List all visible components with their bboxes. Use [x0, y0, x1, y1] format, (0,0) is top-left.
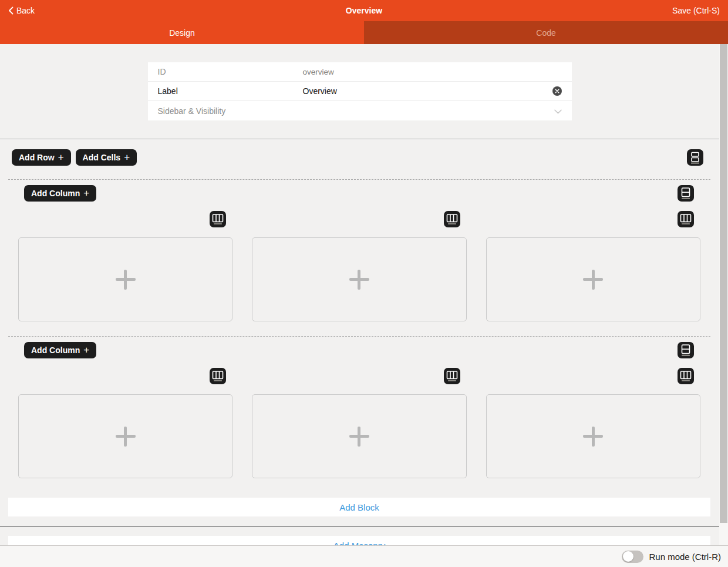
back-label: Back: [16, 6, 35, 15]
add-block-button[interactable]: Add Block: [8, 498, 710, 516]
builder-column: [486, 368, 700, 478]
builder-toolbar: Add Row+ Add Cells+: [0, 149, 719, 166]
back-button[interactable]: Back: [8, 6, 35, 15]
plus-icon: +: [124, 152, 130, 162]
cells-stack-handle-icon[interactable]: [687, 149, 703, 166]
row-handle-icon[interactable]: [678, 185, 694, 202]
label-label: Label: [158, 86, 303, 96]
page-title: Overview: [0, 6, 728, 15]
main-content: ID overview Label Overview Sidebar & Vis…: [0, 44, 719, 567]
plus-icon: [116, 270, 136, 290]
column-handle-icon[interactable]: [210, 368, 226, 384]
empty-cell-add-target[interactable]: [486, 237, 700, 321]
plus-icon: [116, 427, 136, 447]
add-row-button[interactable]: Add Row+: [12, 149, 71, 166]
builder-column: [252, 211, 466, 321]
plus-icon: [349, 270, 369, 290]
empty-cell-add-target[interactable]: [18, 237, 232, 321]
tab-design[interactable]: Design: [0, 21, 364, 44]
builder-top-divider: [0, 139, 719, 139]
id-value: overview: [303, 68, 562, 76]
empty-cell-add-target[interactable]: [18, 394, 232, 478]
header-bar: Back Overview Save (Ctrl-S): [0, 0, 728, 21]
chevron-down-icon: [554, 106, 562, 116]
vertical-scrollbar: [719, 44, 728, 545]
add-cells-button[interactable]: Add Cells+: [76, 149, 137, 166]
plus-icon: [583, 270, 603, 290]
label-field-value[interactable]: Overview: [303, 86, 552, 96]
form-row-id: ID overview: [148, 62, 572, 82]
footer-bar: Run mode (Ctrl-R): [0, 545, 728, 567]
form-row-label: Label Overview: [148, 82, 572, 101]
properties-card: ID overview Label Overview Sidebar & Vis…: [148, 62, 572, 120]
scrollbar-thumb[interactable]: [720, 44, 727, 523]
column-handle-icon[interactable]: [444, 211, 460, 227]
builder-row-1: Add Column+: [8, 179, 710, 321]
empty-cell-add-target[interactable]: [252, 394, 466, 478]
plus-icon: +: [83, 188, 89, 198]
column-handle-icon[interactable]: [444, 368, 460, 384]
builder-row-2: Add Column+: [8, 336, 710, 478]
tab-bar: Design Code: [0, 21, 728, 44]
chevron-left-icon: [8, 6, 14, 15]
app-window: Back Overview Save (Ctrl-S) Design Code …: [0, 0, 728, 567]
add-column-button[interactable]: Add Column+: [24, 342, 96, 358]
run-mode-label: Run mode (Ctrl-R): [649, 552, 721, 562]
row-handle-icon[interactable]: [678, 342, 694, 358]
sidebar-visibility-label: Sidebar & Visibility: [158, 106, 303, 116]
run-mode-toggle[interactable]: [622, 551, 643, 563]
plus-icon: [583, 427, 603, 447]
builder-column: [486, 211, 700, 321]
section-divider: [0, 526, 719, 527]
save-button[interactable]: Save (Ctrl-S): [672, 6, 720, 15]
plus-icon: +: [58, 152, 64, 162]
builder-column: [252, 368, 466, 478]
empty-cell-add-target[interactable]: [252, 237, 466, 321]
tab-code[interactable]: Code: [364, 21, 728, 44]
column-handle-icon[interactable]: [678, 368, 694, 384]
empty-cell-add-target[interactable]: [486, 394, 700, 478]
column-handle-icon[interactable]: [210, 211, 226, 227]
clear-label-icon[interactable]: [552, 86, 562, 96]
plus-icon: +: [83, 345, 89, 355]
builder-column: [18, 368, 232, 478]
add-column-button[interactable]: Add Column+: [24, 185, 96, 202]
column-handle-icon[interactable]: [678, 211, 694, 227]
builder-column: [18, 211, 232, 321]
form-row-sidebar-visibility[interactable]: Sidebar & Visibility: [148, 101, 572, 120]
toggle-knob: [623, 551, 633, 562]
id-label: ID: [158, 67, 303, 76]
plus-icon: [349, 427, 369, 447]
